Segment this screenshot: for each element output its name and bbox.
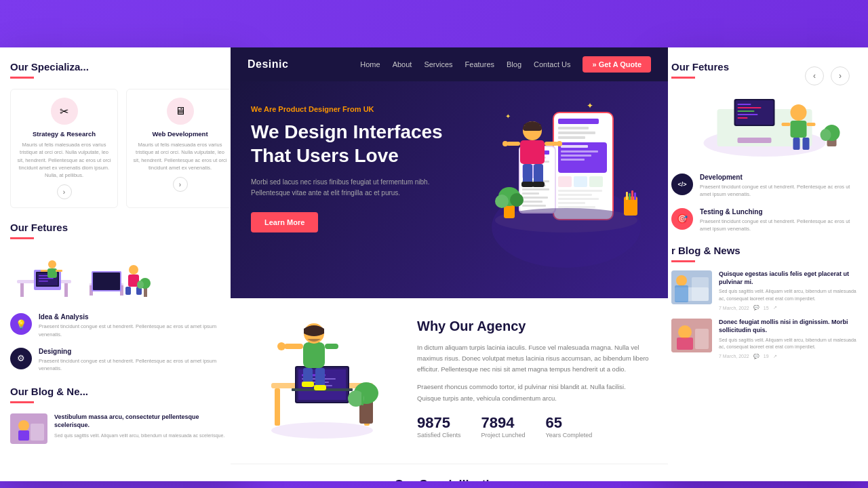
svg-rect-67 [561, 155, 591, 157]
svg-rect-56 [695, 329, 709, 349]
nav-prev-button[interactable]: ‹ [805, 66, 824, 85]
navbar-links: Home About Services Features Blog Contac… [360, 56, 651, 73]
svg-rect-28 [31, 424, 44, 441]
svg-rect-55 [677, 338, 693, 350]
specialization-section: Our Speciallization [231, 464, 668, 481]
designing-title: Designing [39, 348, 234, 355]
stat-projects-number: 7894 [481, 414, 526, 432]
share-icon-1: ↗ [773, 305, 777, 310]
svg-point-95 [502, 141, 508, 146]
brand-logo: Desinic [248, 58, 288, 70]
svg-point-9 [48, 260, 56, 268]
svg-rect-1 [20, 283, 24, 297]
right-blog-comments-2: 19 [764, 354, 769, 359]
nav-cta-button[interactable]: » Get A Quote [583, 56, 651, 73]
svg-rect-33 [738, 104, 751, 105]
strategy-title: Strategy & Research [16, 130, 112, 138]
svg-rect-38 [738, 138, 772, 143]
nav-features[interactable]: Features [465, 60, 494, 68]
web-title: Web Development [132, 130, 228, 138]
svg-rect-92 [520, 140, 545, 164]
testing-text: Praesent tincidunt congue est ut hendrer… [700, 218, 858, 233]
left-blog-item: Vestibulum massa arcu, consectetur pelle… [10, 413, 234, 444]
agency-para1: In dictum aliquam turpis lacinia iaculis… [417, 342, 651, 375]
nav-blog[interactable]: Blog [507, 60, 521, 68]
right-blog-item-2-title: Donec feugiat mollis nisi in dignissim. … [719, 319, 858, 334]
testing-title: Testing & Lunching [700, 208, 858, 216]
nav-home[interactable]: Home [360, 60, 380, 68]
svg-point-47 [821, 129, 831, 141]
svg-rect-88 [522, 201, 542, 203]
svg-rect-63 [558, 136, 585, 139]
right-blog-meta-2: 7 March, 2022 💬 19 ↗ [719, 354, 858, 359]
strategy-link[interactable]: › [57, 184, 72, 199]
nav-about[interactable]: About [393, 60, 412, 68]
center-panel: Desinic Home About Services Features Blo… [231, 47, 668, 481]
right-blog-thumb-1 [671, 270, 712, 304]
right-feature-testing: 🎯 Testing & Lunching Praesent tincidunt … [671, 208, 858, 233]
svg-rect-62 [558, 131, 595, 134]
svg-rect-35 [738, 110, 755, 112]
svg-rect-115 [275, 388, 280, 426]
svg-rect-43 [793, 138, 800, 150]
svg-rect-94 [545, 142, 558, 146]
stat-years-label: Years Completed [546, 432, 593, 439]
idea-text: Praesent tincidunt congue est ut hendrer… [39, 323, 234, 338]
svg-rect-66 [561, 150, 598, 152]
svg-rect-72 [558, 190, 602, 192]
right-blog-item-1-text: Sed quis sagittis velit. Aliquam velit a… [719, 288, 858, 302]
hero-section: We Are Product Designer From UK We Desig… [231, 81, 668, 298]
idea-icon: 💡 [10, 313, 32, 335]
idea-title: Idea & Analysis [39, 313, 234, 321]
svg-rect-138 [361, 392, 363, 405]
stat-clients-number: 9875 [417, 414, 461, 432]
right-blog-content-1: Quisque egestas iaculis felis eget place… [719, 270, 858, 310]
left-underline [10, 77, 34, 79]
svg-rect-27 [18, 430, 29, 441]
svg-rect-8 [39, 281, 48, 282]
svg-rect-128 [284, 344, 303, 349]
svg-point-24 [137, 281, 144, 289]
center-scroll[interactable]: Desinic Home About Services Features Blo… [231, 47, 668, 481]
svg-rect-106 [634, 192, 636, 200]
svg-rect-103 [626, 192, 628, 200]
hero-description: Morbi sed lacus nec risus finibus feugia… [251, 177, 434, 199]
svg-rect-126 [303, 342, 325, 368]
nav-contact[interactable]: Contact Us [534, 60, 570, 68]
left-blog-thumb [10, 413, 47, 444]
right-blog-comments-1: 15 [764, 306, 769, 310]
svg-point-101 [495, 208, 637, 232]
nav-next-button[interactable]: › [831, 66, 850, 85]
right-blog-meta-1: 7 March, 2022 💬 15 ↗ [719, 305, 858, 310]
right-blog-item-2-text: Sed quis sagittis velit. Aliquam velit a… [719, 337, 858, 351]
hero-learn-more-button[interactable]: Learn More [251, 212, 318, 232]
agency-title: Why Our Agency [417, 319, 651, 334]
web-icon: 🖥 [167, 98, 194, 125]
right-blog-item-2: Donec feugiat mollis nisi in dignissim. … [671, 319, 858, 359]
left-blog-underline [10, 401, 34, 403]
hero-illustration: ✦ ✦ [478, 92, 654, 281]
stat-clients-label: Satisfied Clients [417, 432, 461, 439]
svg-rect-134 [314, 385, 326, 390]
svg-rect-69 [558, 176, 572, 187]
svg-point-54 [678, 325, 692, 339]
agency-content: Why Our Agency In dictum aliquam turpis … [417, 319, 651, 443]
svg-rect-7 [39, 278, 54, 279]
svg-rect-129 [325, 344, 338, 349]
agency-para2: Praesent rhoncus commodo tortor, id pulv… [417, 382, 651, 403]
nav-services[interactable]: Services [424, 60, 452, 68]
dev-text: Praesent tincidunt congue est ut hendrer… [700, 183, 858, 199]
svg-rect-41 [782, 123, 791, 126]
svg-rect-74 [558, 198, 599, 200]
svg-point-18 [129, 265, 138, 274]
svg-rect-10 [47, 268, 57, 278]
svg-rect-76 [558, 206, 595, 208]
svg-point-109 [495, 195, 509, 208]
right-blog-content-2: Donec feugiat mollis nisi in dignissim. … [719, 319, 858, 359]
left-blog-title: Our Blog & Ne... [10, 386, 234, 397]
web-link[interactable]: › [173, 177, 188, 192]
right-blog-date-2: 7 March, 2022 [719, 354, 749, 359]
right-underline [671, 77, 695, 79]
svg-rect-42 [807, 123, 816, 126]
left-panel: Our Specializa... ✂ Strategy & Research … [0, 47, 244, 481]
